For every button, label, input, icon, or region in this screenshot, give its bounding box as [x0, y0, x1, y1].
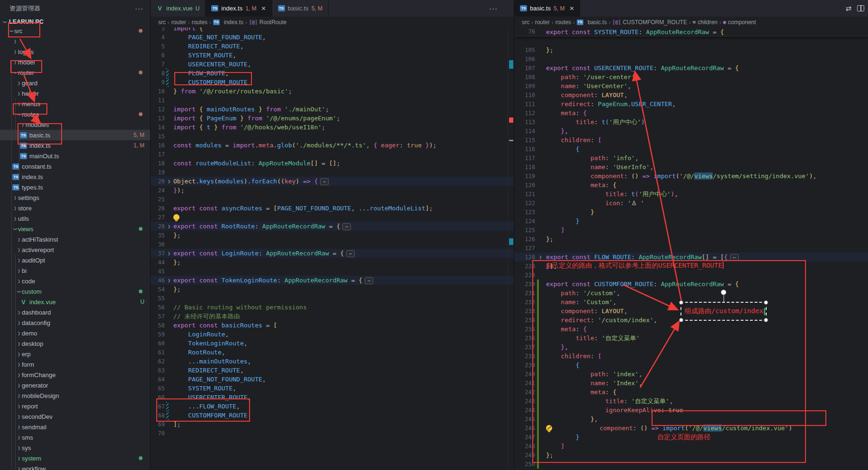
code-editor-basic-ts[interactable]: 76export const SYSTEM_ROUTE: AppRouteRec… [514, 27, 868, 470]
code-line-126[interactable]: 126}; [514, 235, 868, 244]
code-line-6[interactable]: 6 SYSTEM_ROUTE, [151, 51, 514, 60]
code-line-76[interactable]: 76export const SYSTEM_ROUTE: AppRouteRec… [514, 27, 868, 36]
tree-item-custom[interactable]: ❭custom [0, 286, 150, 297]
code-line-122[interactable]: 122 icon: '♙ ' [514, 199, 868, 208]
breadcrumb-item-children[interactable]: ⚒children [693, 19, 718, 26]
code-line-20[interactable]: 20❯Object.keys(modules).forEach((key) =>… [151, 177, 514, 186]
fold-chevron-icon[interactable]: ❯ [165, 251, 173, 256]
tree-item-model[interactable]: ❭model [0, 57, 150, 67]
code-line-228[interactable]: 228}]; [514, 262, 868, 271]
code-line-110[interactable]: 110 component: LAYOUT, [514, 90, 868, 99]
code-line-119[interactable]: 119 component: () => import('/@/views/sy… [514, 172, 868, 181]
tree-item-menus[interactable]: ❭menus [0, 99, 150, 109]
code-line-15[interactable]: 15 [151, 132, 514, 141]
code-line-232[interactable]: 232 name: 'Custom', [514, 298, 868, 307]
fold-chevron-icon[interactable]: ❯ [165, 224, 173, 229]
code-line-114[interactable]: 114 }, [514, 127, 868, 136]
folded-region-ellipsis[interactable]: ⋯ [730, 254, 739, 261]
tree-item-guard[interactable]: ❭guard [0, 78, 150, 88]
code-line-7[interactable]: 7 USERCENTER_ROUTE, [151, 60, 514, 69]
code-line-247[interactable]: 247 } [514, 433, 868, 442]
code-line-234[interactable]: 234 redirect: '/custom/index', [514, 316, 868, 325]
breadcrumb-item-component[interactable]: ▣component [723, 19, 756, 26]
breadcrumb-item-index.ts[interactable]: TSindex.ts [213, 19, 243, 26]
code-line-108[interactable]: 108 path: '/user-center', [514, 72, 868, 81]
code-line-10[interactable]: 10} from '/@/router/routes/basic'; [151, 87, 514, 96]
folded-region-ellipsis[interactable]: ⋯ [320, 178, 329, 185]
code-line-8[interactable]: 8 FLOW_ROUTE, [151, 69, 514, 78]
tree-item-actHiTaskinst[interactable]: ❭actHiTaskinst [0, 234, 150, 244]
code-line-246[interactable]: 246 component: () => import('/@/views/cu… [514, 424, 868, 433]
tree-item-store[interactable]: ❭store [0, 203, 150, 213]
code-line-123[interactable]: 123 } [514, 208, 868, 217]
tree-item-mainOut.ts[interactable]: TSmainOut.ts [0, 151, 150, 161]
tree-item-system[interactable]: ❭system [0, 453, 150, 463]
tree-item-erp[interactable]: ❭erp [0, 349, 150, 359]
code-line-35[interactable]: 35}; [151, 231, 514, 240]
code-line-3[interactable]: 3import { [151, 27, 514, 33]
code-line-27[interactable]: 27 [151, 213, 514, 222]
code-line-240[interactable]: 240 path: 'index', [514, 370, 868, 379]
code-line-239[interactable]: 239 { [514, 361, 868, 370]
code-line-113[interactable]: 113 title: t('用户中心') [514, 118, 868, 127]
code-line-118[interactable]: 118 name: 'UserInfo', [514, 163, 868, 172]
code-line-250[interactable]: 250 [514, 460, 868, 469]
code-line-230[interactable]: 230export const CUSTOMFORM_ROUTE: AppRou… [514, 280, 868, 289]
tree-item-generator[interactable]: ❭generator [0, 380, 150, 390]
code-line-237[interactable]: 237 }, [514, 343, 868, 352]
code-line-12[interactable]: 12import { mainOutRoutes } from './mainO… [151, 105, 514, 114]
code-line-69[interactable]: 69]; [151, 420, 514, 429]
code-line-26[interactable]: 26export const asyncRoutes = [PAGE_NOT_F… [151, 204, 514, 213]
code-line-115[interactable]: 115 children: [ [514, 136, 868, 145]
tree-item-dataconfig[interactable]: ❭dataconfig [0, 317, 150, 328]
tree-item-index.ts[interactable]: TSindex.ts1, M [0, 140, 150, 151]
close-icon[interactable]: ✕ [261, 5, 266, 12]
tab-basic.ts[interactable]: TSbasic.ts5, M [272, 0, 329, 17]
tree-item-sendmail[interactable]: ❭sendmail [0, 422, 150, 432]
tree-item-auditOpt[interactable]: ❭auditOpt [0, 255, 150, 265]
code-line-243[interactable]: 243 title: '自定义菜单', [514, 397, 868, 406]
tree-item-views[interactable]: ❭views [0, 224, 150, 234]
code-line-116[interactable]: 116 { [514, 145, 868, 154]
code-line-19[interactable]: 19 [151, 168, 514, 177]
code-line-238[interactable]: 238 children: [ [514, 352, 868, 361]
tab-basic.ts[interactable]: TSbasic.ts5, M✕ [514, 0, 580, 17]
fold-chevron-icon[interactable]: ❯ [165, 278, 173, 283]
tree-item-workflow[interactable]: ❭workflow [0, 463, 150, 470]
code-line-9[interactable]: 9 CUSTOMFORM_ROUTE [151, 78, 514, 87]
code-line-25[interactable]: 25 [151, 195, 514, 204]
code-line-61[interactable]: 61 RootRoute, [151, 348, 514, 357]
tree-item-sys[interactable]: ❭sys [0, 443, 150, 453]
code-line-66[interactable]: 66 USERCENTER_ROUTE, [151, 393, 514, 402]
tab-index.vue[interactable]: Vindex.vueU [151, 0, 206, 17]
tree-item-dashboard[interactable]: ❭dashboard [0, 307, 150, 317]
code-line-64[interactable]: 64 PAGE_NOT_FOUND_ROUTE, [151, 375, 514, 384]
tree-item-modules[interactable]: ❭modules [0, 119, 150, 130]
code-line-117[interactable]: 117 path: 'info', [514, 154, 868, 163]
code-line-56[interactable]: 56// Basic routing without permissions [151, 303, 514, 312]
code-line-233[interactable]: 233 component: LAYOUT, [514, 307, 868, 316]
breadcrumb-item-routes[interactable]: routes [555, 19, 571, 26]
code-line-70[interactable]: 70 [151, 429, 514, 438]
breadcrumb-item-router[interactable]: router [535, 19, 550, 26]
folded-region-ellipsis[interactable]: ⋯ [365, 277, 373, 284]
breadcrumb-item-src[interactable]: src [522, 19, 529, 26]
tree-item-logics[interactable]: ❭logics [0, 46, 150, 57]
tree-item-hidden[interactable]: ❭ [0, 36, 150, 46]
code-line-58[interactable]: 58export const basicRoutes = [ [151, 321, 514, 330]
tree-item-utils[interactable]: ❭utils [0, 213, 150, 224]
breadcrumb-item-router[interactable]: router [171, 19, 186, 26]
code-line-63[interactable]: 63 REDIRECT_ROUTE, [151, 366, 514, 375]
code-editor-index-ts[interactable]: 3import {4 PAGE_NOT_FOUND_ROUTE,5 REDIRE… [151, 27, 514, 470]
code-line-229[interactable]: 229 [514, 271, 868, 280]
folded-region-ellipsis[interactable]: ⋯ [342, 223, 351, 230]
code-line-249[interactable]: 249}; [514, 451, 868, 460]
code-line-248[interactable]: 248 ] [514, 442, 868, 451]
tree-item-constant.ts[interactable]: TSconstant.ts [0, 161, 150, 172]
tree-item-router[interactable]: ❭router [0, 67, 150, 78]
tree-item-form[interactable]: ❭form [0, 359, 150, 370]
tree-item-report[interactable]: ❭report [0, 401, 150, 411]
code-line-67[interactable]: 67 ...FLOW_ROUTE, [151, 402, 514, 411]
tree-item-sms[interactable]: ❭sms [0, 432, 150, 443]
code-line-236[interactable]: 236 title: '自定义菜单' [514, 334, 868, 343]
